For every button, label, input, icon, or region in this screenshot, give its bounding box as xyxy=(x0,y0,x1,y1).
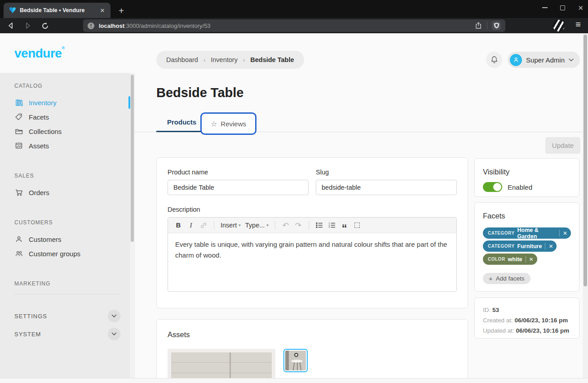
enabled-toggle[interactable] xyxy=(483,182,502,192)
italic-button[interactable]: I xyxy=(185,219,197,231)
facet-chip: CATEGORY Home & Garden ✕ xyxy=(483,227,571,239)
slug-input[interactable] xyxy=(316,180,457,195)
tab-reviews[interactable]: ☆ Reviews xyxy=(200,112,256,135)
chip-divider xyxy=(526,256,526,263)
sidebar-item-customer-groups[interactable]: Customer groups xyxy=(0,246,135,261)
notifications-button[interactable] xyxy=(486,52,502,68)
product-detail-card: Product name Slug Description B I xyxy=(156,157,468,308)
sidebar-item-customers[interactable]: Customers xyxy=(0,232,135,246)
sidebar-item-label: Customer groups xyxy=(29,250,80,258)
breadcrumb-dashboard[interactable]: Dashboard xyxy=(166,56,198,63)
toolbar-separator xyxy=(309,221,309,229)
update-button[interactable]: Update xyxy=(545,137,580,154)
new-tab-button[interactable]: + xyxy=(116,5,127,16)
vendure-favicon xyxy=(9,7,16,14)
visibility-status: Enabled xyxy=(508,183,532,191)
meta-created-row: Created at: 06/06/23, 10:16 pm xyxy=(483,315,571,325)
breadcrumb-separator-icon: › xyxy=(203,57,205,63)
tab-products[interactable]: Products xyxy=(156,113,207,132)
collapse-label: SETTINGS xyxy=(14,313,47,320)
product-name-input[interactable] xyxy=(168,180,309,195)
browser-tab[interactable]: Bedside Table • Vendure ✕ xyxy=(4,3,111,18)
id-value: 53 xyxy=(492,307,499,313)
window-controls: ✕ xyxy=(542,0,584,15)
page-scrollbar-thumb[interactable] xyxy=(584,35,587,286)
sidebar-item-label: Facets xyxy=(29,113,49,121)
page-scrollbar-horizontal[interactable] xyxy=(0,378,588,383)
chip-divider xyxy=(559,230,560,236)
toolbar-separator xyxy=(214,221,214,229)
blockquote-button[interactable]: “ xyxy=(339,219,350,231)
asset-photo-bedside-table xyxy=(285,351,306,370)
bell-icon xyxy=(491,56,498,64)
sidebar-item-system[interactable]: SYSTEM xyxy=(0,325,135,343)
slug-label: Slug xyxy=(316,169,457,176)
facet-value: Home & Garden xyxy=(517,227,556,240)
chevron-down-icon[interactable] xyxy=(108,310,120,322)
url-bar[interactable]: ! localhost:3000/admin/catalog/inventory… xyxy=(83,19,505,32)
window-close-icon[interactable]: ✕ xyxy=(578,4,584,11)
user-name: Super Admin xyxy=(526,56,565,64)
updated-value: 06/06/23, 10:16 pm xyxy=(516,327,570,334)
logo-area: vendure® xyxy=(0,33,135,73)
page-title: Bedside Table xyxy=(156,85,243,100)
urlbar-separator xyxy=(487,22,487,29)
section-catalog: CATALOG xyxy=(0,83,135,89)
remove-facet-icon[interactable]: ✕ xyxy=(529,256,534,263)
chevron-down-icon[interactable] xyxy=(108,328,120,340)
meta-id-row: ID: 53 xyxy=(483,305,571,315)
section-marketing: MARKETING xyxy=(0,281,135,287)
back-icon[interactable] xyxy=(4,19,17,32)
maximize-icon[interactable] xyxy=(560,5,565,10)
created-label: Created at: xyxy=(483,317,513,324)
forward-icon[interactable] xyxy=(22,19,34,32)
bullet-list-button[interactable] xyxy=(314,219,325,231)
sidebar-item-facets[interactable]: Facets xyxy=(0,110,135,124)
main-topbar: Dashboard › Inventory › Bedside Table Su… xyxy=(156,51,580,69)
tab-close-icon[interactable]: ✕ xyxy=(98,6,107,15)
link-button[interactable] xyxy=(198,219,209,231)
sidebar-item-inventory[interactable]: Inventory xyxy=(0,95,135,110)
sidebar-item-assets[interactable]: Assets xyxy=(0,138,135,153)
visibility-title: Visibility xyxy=(483,168,571,176)
sidebar-scrollbar[interactable] xyxy=(130,73,134,378)
sidebar-item-orders[interactable]: Orders xyxy=(0,185,135,200)
sidebar: vendure® CATALOG Inventory Facets xyxy=(0,33,135,378)
plus-icon: + xyxy=(489,275,493,282)
remove-facet-icon[interactable]: ✕ xyxy=(548,243,553,249)
editor-toolbar: B I Insert▾ Type...▾ ↶ ↷ xyxy=(168,218,456,233)
share-icon[interactable] xyxy=(474,22,482,30)
brave-shield-icon[interactable] xyxy=(492,21,501,30)
page-scrollbar-vertical[interactable] xyxy=(583,33,588,378)
code-block-button[interactable] xyxy=(351,219,363,231)
site-info-icon[interactable]: ! xyxy=(88,22,94,29)
breadcrumb-inventory[interactable]: Inventory xyxy=(211,56,238,63)
bold-button[interactable]: B xyxy=(172,219,184,231)
toolbar-separator xyxy=(275,221,275,229)
sidebar-item-label: Collections xyxy=(29,128,62,135)
browser-tabbar: Bedside Table • Vendure ✕ + ✕ xyxy=(0,0,588,18)
caret-down-icon: ▾ xyxy=(266,223,269,227)
reload-icon[interactable] xyxy=(39,19,51,32)
sidebar-item-label: Orders xyxy=(29,189,49,196)
ordered-list-button[interactable]: 123 xyxy=(326,219,338,231)
asset-thumbnail-selected[interactable] xyxy=(283,349,308,372)
toggle-knob xyxy=(493,183,501,191)
description-editor[interactable]: Every table is unique, with varying grai… xyxy=(168,233,456,291)
vendure-logo[interactable]: vendure® xyxy=(14,46,65,61)
tab-reviews-label: Reviews xyxy=(221,120,246,128)
sidebar-scrollbar-thumb[interactable] xyxy=(131,75,134,242)
browser-menu-icon[interactable]: ≡ xyxy=(575,19,581,30)
sidebar-item-collections[interactable]: Collections xyxy=(0,124,135,138)
sidebar-item-settings[interactable]: SETTINGS xyxy=(0,307,135,325)
browser-profile-avatar[interactable] xyxy=(553,20,565,31)
redo-button[interactable]: ↷ xyxy=(292,219,304,231)
sidebar-divider xyxy=(14,294,120,294)
add-facets-button[interactable]: + Add facets xyxy=(483,273,531,284)
remove-facet-icon[interactable]: ✕ xyxy=(563,230,567,236)
minimize-icon[interactable] xyxy=(542,7,548,8)
user-menu[interactable]: Super Admin xyxy=(508,52,580,68)
undo-button[interactable]: ↶ xyxy=(280,219,292,231)
type-dropdown[interactable]: Type...▾ xyxy=(243,219,270,231)
insert-dropdown[interactable]: Insert▾ xyxy=(219,219,243,231)
